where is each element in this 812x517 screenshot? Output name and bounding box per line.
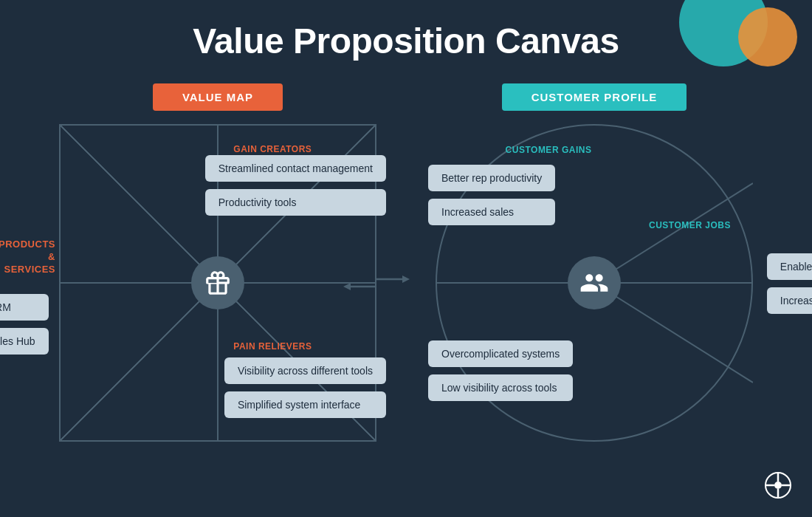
product-items: CRM Sales Hub: [0, 294, 49, 355]
svg-marker-1: [402, 275, 410, 283]
customer-profile-section: CUSTOMER PROFILE CUSTOMER GAINS PAIN POI…: [436, 83, 753, 442]
gift-icon-circle: [191, 256, 244, 309]
gain-cards: Streamlined contact management Productiv…: [205, 155, 386, 216]
pain-card-0: Visibility across different tools: [224, 357, 386, 384]
jobs-cards: Enable sales team Increase revenue: [767, 253, 812, 314]
gains-card-0: Better rep productivity: [428, 165, 555, 191]
products-services-label: PRODUCTS & SERVICES: [0, 239, 55, 276]
hubspot-logo: [765, 472, 791, 504]
gains-cards: Better rep productivity Increased sales: [428, 165, 555, 225]
jobs-card-1: Increase revenue: [767, 287, 812, 314]
deco-circle-orange: [738, 7, 797, 66]
profile-circle-wrapper: CUSTOMER GAINS PAIN POINTS CUSTOMER JOBS…: [436, 124, 753, 442]
pains-card-0: Overcomplicated systems: [428, 340, 573, 367]
svg-marker-3: [343, 283, 351, 290]
gains-card-1: Increased sales: [428, 199, 555, 225]
hubspot-icon: [765, 472, 791, 499]
svg-line-5: [594, 183, 753, 283]
svg-line-6: [594, 283, 753, 383]
people-icon-circle: [568, 256, 621, 309]
customer-profile-button[interactable]: CUSTOMER PROFILE: [502, 83, 687, 111]
people-icon: [579, 268, 609, 298]
pain-cards: Visibility across different tools Simpli…: [224, 357, 386, 418]
gain-card-1: Productivity tools: [205, 189, 386, 216]
jobs-card-0: Enable sales team: [767, 253, 812, 280]
gain-card-0: Streamlined contact management: [205, 155, 386, 182]
canvas-container: VALUE MAP PRODUCTS & SERVICES CRM Sales …: [0, 69, 812, 442]
bidirectional-arrow: [343, 272, 410, 294]
product-card-saleshub: Sales Hub: [0, 328, 49, 355]
pains-cards: Overcomplicated systems Low visibility a…: [428, 340, 573, 401]
customer-jobs-label: CUSTOMER JOBS: [649, 220, 731, 230]
gain-creators-label: GAIN CREATORS: [233, 144, 312, 154]
pain-relievers-label: PAIN RELIEVERS: [233, 341, 312, 352]
pains-card-1: Low visibility across tools: [428, 374, 573, 401]
svg-point-8: [774, 482, 782, 489]
product-card-crm: CRM: [0, 294, 49, 321]
value-map-section: VALUE MAP PRODUCTS & SERVICES CRM Sales …: [59, 83, 376, 442]
value-map-box: GAIN CREATORS PAIN RELIEVERS Streamlined…: [59, 124, 376, 442]
value-map-button[interactable]: VALUE MAP: [153, 83, 283, 111]
pain-card-1: Simplified system interface: [224, 391, 386, 418]
arrow-connector: [343, 272, 410, 294]
gift-icon: [204, 269, 232, 297]
customer-gains-label: CUSTOMER GAINS: [506, 145, 592, 155]
